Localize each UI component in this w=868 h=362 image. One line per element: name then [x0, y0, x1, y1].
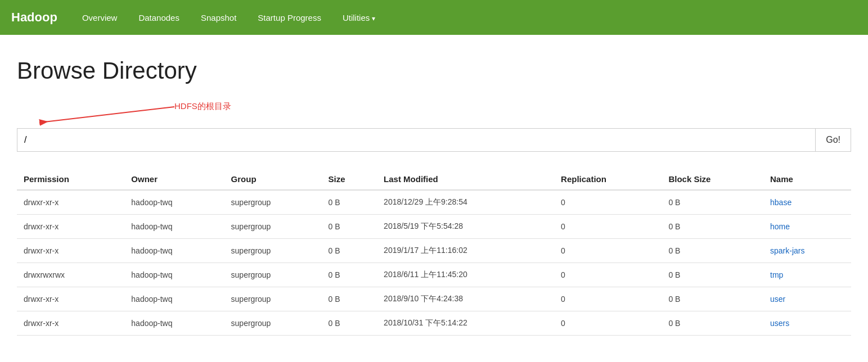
- go-button[interactable]: Go!: [816, 128, 851, 152]
- cell-last-modified: 2018/5/19 下午5:54:28: [377, 215, 554, 239]
- cell-replication: 0: [554, 215, 662, 239]
- directory-table: Permission Owner Group Size Last Modifie…: [17, 169, 851, 336]
- cell-size: 0 B: [322, 190, 377, 215]
- svg-line-1: [39, 107, 174, 123]
- nav-datanodes[interactable]: Datanodes: [131, 8, 187, 27]
- cell-owner: hadoop-twq: [124, 190, 224, 215]
- cell-permission: drwxr-xr-x: [17, 239, 124, 263]
- cell-block-size: 0 B: [662, 263, 763, 287]
- table-header: Permission Owner Group Size Last Modifie…: [17, 169, 851, 190]
- cell-group: supergroup: [224, 239, 322, 263]
- cell-name[interactable]: tmp: [763, 263, 851, 287]
- main-content: Browse Directory HDFS的根目录 Go! Permission…: [0, 35, 868, 352]
- nav-overview[interactable]: Overview: [74, 8, 125, 27]
- path-input[interactable]: [17, 128, 816, 152]
- cell-permission: drwxrwxrwx: [17, 263, 124, 287]
- col-group: Group: [224, 169, 322, 190]
- nav-startup-progress[interactable]: Startup Progress: [250, 8, 329, 27]
- cell-group: supergroup: [224, 263, 322, 287]
- page-title: Browse Directory: [17, 57, 851, 84]
- cell-owner: hadoop-twq: [124, 215, 224, 239]
- cell-last-modified: 2018/12/29 上午9:28:54: [377, 190, 554, 215]
- cell-replication: 0: [554, 190, 662, 215]
- nav-utilities[interactable]: Utilities: [335, 8, 383, 27]
- dir-link[interactable]: tmp: [770, 270, 783, 279]
- cell-last-modified: 2018/10/31 下午5:14:22: [377, 311, 554, 336]
- cell-last-modified: 2019/1/17 上午11:16:02: [377, 239, 554, 263]
- table-row: drwxr-xr-x hadoop-twq supergroup 0 B 201…: [17, 311, 851, 336]
- col-size: Size: [322, 169, 377, 190]
- cell-size: 0 B: [322, 311, 377, 336]
- cell-size: 0 B: [322, 263, 377, 287]
- cell-group: supergroup: [224, 311, 322, 336]
- navbar-brand: Hadoop: [11, 10, 57, 25]
- navbar-links: Overview Datanodes Snapshot Startup Prog…: [74, 8, 383, 27]
- dir-link[interactable]: home: [770, 222, 790, 231]
- dir-link[interactable]: hbase: [770, 198, 791, 207]
- cell-block-size: 0 B: [662, 287, 763, 311]
- cell-name[interactable]: user: [763, 287, 851, 311]
- col-block-size: Block Size: [662, 169, 763, 190]
- cell-group: supergroup: [224, 215, 322, 239]
- cell-size: 0 B: [322, 239, 377, 263]
- dir-link[interactable]: users: [770, 319, 789, 328]
- col-last-modified: Last Modified: [377, 169, 554, 190]
- cell-owner: hadoop-twq: [124, 287, 224, 311]
- annotation-arrow: [34, 101, 186, 125]
- cell-permission: drwxr-xr-x: [17, 190, 124, 215]
- col-replication: Replication: [554, 169, 662, 190]
- search-bar: Go!: [17, 128, 851, 152]
- cell-group: supergroup: [224, 190, 322, 215]
- cell-name[interactable]: spark-jars: [763, 239, 851, 263]
- table-row: drwxr-xr-x hadoop-twq supergroup 0 B 201…: [17, 215, 851, 239]
- table-row: drwxrwxrwx hadoop-twq supergroup 0 B 201…: [17, 263, 851, 287]
- cell-group: supergroup: [224, 287, 322, 311]
- dir-link[interactable]: spark-jars: [770, 246, 804, 255]
- col-owner: Owner: [124, 169, 224, 190]
- cell-permission: drwxr-xr-x: [17, 215, 124, 239]
- cell-block-size: 0 B: [662, 190, 763, 215]
- cell-name[interactable]: hbase: [763, 190, 851, 215]
- cell-replication: 0: [554, 311, 662, 336]
- cell-owner: hadoop-twq: [124, 239, 224, 263]
- cell-last-modified: 2018/6/11 上午11:45:20: [377, 263, 554, 287]
- cell-block-size: 0 B: [662, 215, 763, 239]
- cell-name[interactable]: users: [763, 311, 851, 336]
- dir-link[interactable]: user: [770, 295, 785, 304]
- cell-name[interactable]: home: [763, 215, 851, 239]
- cell-owner: hadoop-twq: [124, 311, 224, 336]
- table-row: drwxr-xr-x hadoop-twq supergroup 0 B 201…: [17, 190, 851, 215]
- cell-block-size: 0 B: [662, 311, 763, 336]
- cell-last-modified: 2018/9/10 下午4:24:38: [377, 287, 554, 311]
- cell-replication: 0: [554, 263, 662, 287]
- cell-owner: hadoop-twq: [124, 263, 224, 287]
- cell-permission: drwxr-xr-x: [17, 287, 124, 311]
- table-row: drwxr-xr-x hadoop-twq supergroup 0 B 201…: [17, 287, 851, 311]
- col-name: Name: [763, 169, 851, 190]
- col-permission: Permission: [17, 169, 124, 190]
- cell-replication: 0: [554, 239, 662, 263]
- cell-size: 0 B: [322, 287, 377, 311]
- table-body: drwxr-xr-x hadoop-twq supergroup 0 B 201…: [17, 190, 851, 336]
- cell-size: 0 B: [322, 215, 377, 239]
- nav-snapshot[interactable]: Snapshot: [193, 8, 244, 27]
- cell-permission: drwxr-xr-x: [17, 311, 124, 336]
- annotation-area: HDFS的根目录: [17, 101, 851, 124]
- cell-replication: 0: [554, 287, 662, 311]
- navbar: Hadoop Overview Datanodes Snapshot Start…: [0, 0, 868, 35]
- cell-block-size: 0 B: [662, 239, 763, 263]
- table-row: drwxr-xr-x hadoop-twq supergroup 0 B 201…: [17, 239, 851, 263]
